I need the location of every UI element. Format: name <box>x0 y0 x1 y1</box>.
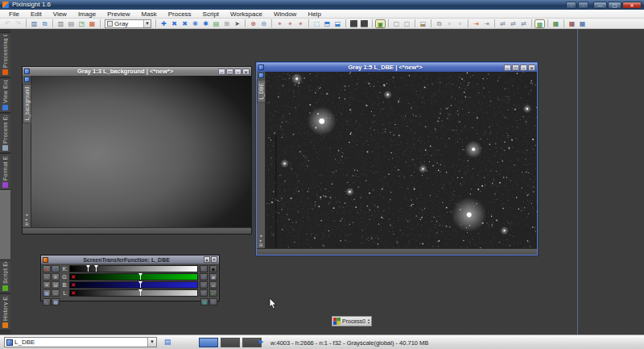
center-image-icon[interactable]: ✱ <box>200 19 211 28</box>
stf-shade-button[interactable]: ▴ <box>204 256 210 263</box>
window-square-icon-1[interactable]: ▫ <box>444 19 455 28</box>
shade-button[interactable]: ◫ <box>512 64 519 71</box>
image-window-title-bar[interactable]: Gray 1:5 L_DBE | <*new*> –◫▫✕ <box>257 63 537 72</box>
transfer-icon-3[interactable]: ⇄ <box>518 19 529 28</box>
image-window-bottom-frame[interactable] <box>23 227 251 234</box>
color-mgmt-icon-1[interactable]: ▦ <box>551 19 561 28</box>
move-up-icon[interactable]: ⬆ <box>52 265 60 272</box>
collapse-icon[interactable]: ⊟ <box>52 281 60 289</box>
box-icon[interactable]: ▫ <box>43 273 51 280</box>
stf-row-mode-button[interactable]: ⊟ <box>209 281 217 289</box>
stf-slider-handle[interactable] <box>140 282 141 288</box>
stf-slider-handle[interactable] <box>96 266 97 272</box>
sample-format-icon[interactable]: ▤ <box>66 19 76 28</box>
stf-slider-handle[interactable] <box>140 274 141 280</box>
undo-icon[interactable]: ↶ <box>2 19 13 28</box>
menu-edit[interactable]: Edit <box>25 10 47 19</box>
panel-divider[interactable] <box>577 29 578 334</box>
close-button[interactable]: ✕ <box>622 2 642 9</box>
menu-process[interactable]: Process <box>163 10 197 19</box>
zoom-button[interactable]: ▫ <box>234 69 242 75</box>
stf-row-reset-button[interactable]: ⤬ <box>200 273 208 280</box>
pointer-tool-icon[interactable]: ➤ <box>232 19 242 28</box>
stf-apply-icon[interactable]: ⇥ <box>471 19 481 28</box>
titlebar-extra-button-1[interactable]: ◦ <box>566 2 576 9</box>
stf-enabled-icon[interactable]: ▦ <box>535 19 545 28</box>
title-bar[interactable]: PixInsight 1.6 ◦ ◦ — ▢ ✕ <box>0 0 644 10</box>
stf-row-mode-button[interactable]: ▣ <box>209 273 217 280</box>
readout-icon-1[interactable]: ⬛ <box>349 19 359 28</box>
preview-mode-icon[interactable]: ⬒ <box>322 19 332 28</box>
sidebar-tab-script-editor[interactable]: Script Editor <box>0 260 10 293</box>
zoom-1-1-icon[interactable]: ⌖ <box>275 19 285 28</box>
minimize-button[interactable]: — <box>593 2 607 9</box>
stf-row-reset-button[interactable]: ⤬ <box>200 281 208 289</box>
process-icon-process05[interactable]: Process05 ▲▼ <box>332 316 372 326</box>
zoom-to-fit-icon[interactable]: ⌖ <box>285 19 295 28</box>
stf-row-reset-button[interactable]: ⤬ <box>200 289 208 297</box>
stf-slider-handle[interactable] <box>88 266 89 272</box>
view-corner-icon[interactable] <box>258 73 264 78</box>
mask-doc-icon[interactable]: ⬓ <box>418 19 428 28</box>
fit-window-icon[interactable]: ✖ <box>169 19 180 28</box>
sidebar-tab-view-explorer[interactable]: View Explorer <box>0 77 10 113</box>
picker-icon[interactable]: ◺ <box>43 298 51 305</box>
doc-options-icon[interactable]: ⊞ <box>221 19 232 28</box>
palette-icon[interactable]: ▦ <box>200 298 208 305</box>
view-tab-l-dbe[interactable]: L_DBE <box>257 80 266 103</box>
transfer-icon-2[interactable]: ⇄ <box>508 19 518 28</box>
iconize-button[interactable]: – <box>218 69 225 75</box>
stf-plus-icon[interactable]: ✚ <box>159 19 169 28</box>
view-selector-combobox[interactable]: L_DBE ▼ <box>4 337 157 347</box>
sidebar-tab-process-explorer[interactable]: Process Explorer <box>0 113 10 153</box>
stf-clear-icon[interactable]: ⇥ <box>481 19 492 28</box>
image-id-icon[interactable]: ▥ <box>56 19 66 28</box>
shade-button[interactable]: ◫ <box>226 69 233 75</box>
iconize-button[interactable]: – <box>504 64 511 71</box>
titlebar-extra-button-2[interactable]: ◦ <box>578 2 588 9</box>
window-square-icon-2[interactable]: ▫ <box>455 19 465 28</box>
redo-icon[interactable]: ↷ <box>13 19 23 28</box>
optimal-zoom-icon[interactable]: ❋ <box>190 19 200 28</box>
window-doc-icon-1[interactable]: ▢ <box>391 19 402 28</box>
menu-file[interactable]: File <box>3 10 25 19</box>
close-button[interactable]: ✕ <box>528 64 535 71</box>
expand-icon[interactable]: ✛ <box>52 273 60 280</box>
view-mode-select[interactable]: Gray▼ <box>105 19 151 28</box>
menu-workspace[interactable]: Workspace <box>225 10 268 19</box>
active-script-icon[interactable]: ▣ <box>375 19 386 28</box>
track-view-icon[interactable]: ⧉ <box>434 19 444 28</box>
menu-help[interactable]: Help <box>302 10 326 19</box>
stf-slider-handle[interactable] <box>140 290 141 296</box>
cross-icon[interactable]: ✕ <box>43 281 51 289</box>
transfer-icon-1[interactable]: ⇄ <box>497 19 508 28</box>
starfield-canvas[interactable] <box>266 72 537 248</box>
stf-row-mode-button[interactable]: ✓ <box>209 289 217 297</box>
menu-mask[interactable]: Mask <box>136 10 163 19</box>
stf-gradient-slider[interactable]: ✕ <box>69 281 198 289</box>
menu-script[interactable]: Script <box>197 10 225 19</box>
color-mgmt-icon-3[interactable]: ▦ <box>577 19 588 28</box>
save-image-icon[interactable]: ◳ <box>76 19 87 28</box>
view-mode-arrow-icon[interactable]: ▼ <box>143 20 151 27</box>
image-window-title-bar[interactable]: Gray 1:3 L_background | <*new*> –◫▫✕ <box>23 67 251 76</box>
strip-nav-icon-3[interactable]: ⊞ <box>259 243 262 247</box>
zoom-out-icon[interactable]: ⊖ <box>258 19 269 28</box>
menu-view[interactable]: View <box>47 10 72 19</box>
grid-blue-icon[interactable]: ▦ <box>52 298 60 305</box>
zoom-button[interactable]: ▫ <box>520 64 527 71</box>
stf-row-reset-button[interactable]: ⤬ <box>200 265 208 272</box>
rgb-link-icon[interactable]: ▲ <box>43 265 51 272</box>
zoom-in-icon[interactable]: ⊕ <box>248 19 258 28</box>
view-file-icon[interactable]: ▤ <box>162 337 173 347</box>
stf-title-bar[interactable]: ScreenTransferFunction: L_DBE ▴ ✕ <box>41 256 219 264</box>
readout-icon-2[interactable]: ⬛ <box>359 19 369 28</box>
menu-preview[interactable]: Preview <box>101 10 135 19</box>
stf-gradient-slider[interactable]: ✕ <box>69 273 198 280</box>
maximize-button[interactable]: ▢ <box>608 2 621 9</box>
stf-gradient-slider[interactable]: ✕ <box>69 289 198 297</box>
sidebar-tab-format-explorer[interactable]: Format Explorer <box>0 153 10 190</box>
color-mgmt-icon-2[interactable]: ▦ <box>567 19 577 28</box>
reset-icon[interactable]: ⤬ <box>209 298 217 305</box>
edit-preview-icon[interactable]: ⬓ <box>332 19 343 28</box>
